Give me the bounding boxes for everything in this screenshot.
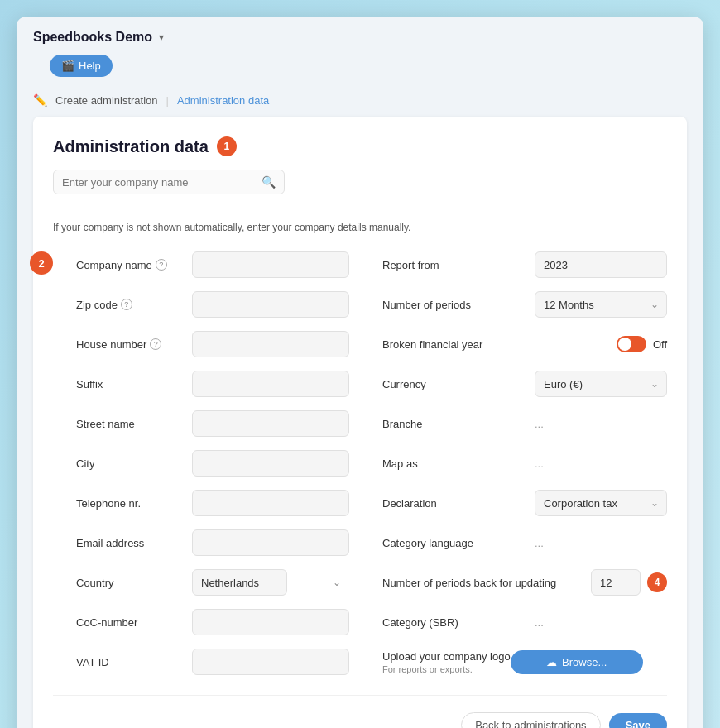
value-category-sbr: ... xyxy=(535,616,667,629)
step-1-badge: 1 xyxy=(217,136,237,156)
app-window: Speedbooks Demo ▾ 🎬 Help ✏️ Create admin… xyxy=(17,17,703,728)
upload-sublabel: For reports or exports. xyxy=(382,664,511,674)
select-currency[interactable]: Euro (€) Dollar ($) Pound (£) xyxy=(535,371,667,397)
label-email: Email address xyxy=(76,537,192,549)
input-vat[interactable] xyxy=(192,649,349,675)
label-upload-logo: Upload your company logo xyxy=(382,650,511,663)
form-row-telephone: Telephone nr. xyxy=(76,488,349,518)
input-zip[interactable] xyxy=(192,291,349,318)
form-row-vat: VAT ID xyxy=(76,647,349,677)
input-periods-back[interactable] xyxy=(591,569,641,596)
titlebar: Speedbooks Demo ▾ xyxy=(17,17,703,51)
form-grid: 2 Company name ? Zip code ? xyxy=(53,250,667,687)
select-country[interactable]: Netherlands Belgium Germany France Unite… xyxy=(192,569,287,596)
form-row-email: Email address xyxy=(76,528,349,558)
step-4-badge: 4 xyxy=(647,572,667,592)
label-telephone: Telephone nr. xyxy=(76,497,192,510)
label-report-from: Report from xyxy=(382,259,535,271)
row-currency: Currency Euro (€) Dollar ($) Pound (£) xyxy=(382,369,667,399)
step-2-badge: 2 xyxy=(30,251,53,275)
label-broken-year: Broken financial year xyxy=(382,338,617,351)
browse-button[interactable]: ☁ Browse... xyxy=(511,650,643,674)
label-branche: Branche xyxy=(382,418,535,430)
label-category-language: Category language xyxy=(382,537,535,549)
row-upload-logo: Upload your company logo For reports or … xyxy=(382,647,667,677)
breadcrumb-item-create[interactable]: Create administration xyxy=(55,94,158,107)
form-row-suffix: Suffix xyxy=(76,369,349,399)
country-select-wrapper: Netherlands Belgium Germany France Unite… xyxy=(192,569,349,596)
label-declaration: Declaration xyxy=(382,497,535,510)
help-icon-zip[interactable]: ? xyxy=(121,299,132,310)
row-category-language: Category language ... xyxy=(382,528,667,558)
label-country: Country xyxy=(76,577,192,589)
breadcrumb: ✏️ Create administration | Administratio… xyxy=(17,93,703,117)
input-email[interactable] xyxy=(192,529,349,556)
breadcrumb-item-admin[interactable]: Administration data xyxy=(177,94,269,107)
input-report-from[interactable] xyxy=(535,251,667,278)
input-telephone[interactable] xyxy=(192,490,349,516)
label-city: City xyxy=(76,457,192,470)
save-button[interactable]: Save xyxy=(609,713,667,728)
label-house-number: House number ? xyxy=(76,338,192,351)
label-number-periods: Number of periods xyxy=(382,299,535,311)
right-section: Report from Number of periods 12 Months … xyxy=(382,250,667,687)
hint-text: If your company is not shown automatical… xyxy=(53,222,667,233)
input-company-name[interactable] xyxy=(192,251,349,278)
breadcrumb-icon: ✏️ xyxy=(33,93,47,107)
row-map-as: Map as ... xyxy=(382,448,667,478)
value-branche: ... xyxy=(535,418,667,430)
toggle-switch[interactable] xyxy=(617,336,646,352)
toggle-broken-year: Off xyxy=(617,336,667,352)
form-row-street: Street name xyxy=(76,409,349,438)
form-row-coc: CoC-number xyxy=(76,607,349,637)
label-company-name: Company name ? xyxy=(76,259,192,271)
form-row-city: City xyxy=(76,448,349,478)
input-house-number[interactable] xyxy=(192,331,349,357)
upload-icon: ☁ xyxy=(546,656,557,668)
row-report-from: Report from xyxy=(382,250,667,280)
input-street[interactable] xyxy=(192,410,349,437)
toggle-label-off: Off xyxy=(653,338,667,351)
select-declaration[interactable]: Corporation tax VAT Income tax xyxy=(535,490,667,516)
row-broken-year: Broken financial year Off xyxy=(382,329,667,359)
footer-actions: Back to administrations Save 3 xyxy=(53,695,667,728)
row-periods-back: Number of periods back for updating 4 xyxy=(382,568,667,597)
label-street: Street name xyxy=(76,418,192,430)
help-icon: 🎬 xyxy=(61,60,74,72)
input-city[interactable] xyxy=(192,450,349,477)
divider xyxy=(53,208,667,208)
value-category-language: ... xyxy=(535,537,667,549)
row-declaration: Declaration Corporation tax VAT Income t… xyxy=(382,488,667,518)
input-coc[interactable] xyxy=(192,609,349,635)
row-category-sbr: Category (SBR) ... xyxy=(382,607,667,637)
label-suffix: Suffix xyxy=(76,378,192,390)
upload-label-group: Upload your company logo For reports or … xyxy=(382,650,511,674)
help-button[interactable]: 🎬 Help xyxy=(50,55,113,77)
label-zip: Zip code ? xyxy=(76,299,192,311)
periods-back-group: 4 xyxy=(591,569,667,596)
row-number-periods: Number of periods 12 Months 4 Quarters 1… xyxy=(382,290,667,319)
label-coc: CoC-number xyxy=(76,616,192,629)
search-input[interactable] xyxy=(62,176,262,189)
select-periods[interactable]: 12 Months 4 Quarters 13 Periods xyxy=(535,291,667,318)
input-suffix[interactable] xyxy=(192,371,349,397)
app-title: Speedbooks Demo xyxy=(33,30,152,45)
currency-select-wrapper: Euro (€) Dollar ($) Pound (£) xyxy=(535,371,667,397)
main-card: Administration data 1 🔍 If your company … xyxy=(33,117,687,728)
value-map-as: ... xyxy=(535,457,667,470)
label-category-sbr: Category (SBR) xyxy=(382,616,535,629)
breadcrumb-separator: | xyxy=(166,94,169,107)
periods-select-wrapper: 12 Months 4 Quarters 13 Periods xyxy=(535,291,667,318)
row-branche: Branche ... xyxy=(382,409,667,438)
search-bar: 🔍 xyxy=(53,170,285,194)
form-row-country: Country Netherlands Belgium Germany Fran… xyxy=(76,568,349,597)
label-vat: VAT ID xyxy=(76,656,192,668)
help-icon-house[interactable]: ? xyxy=(150,338,161,350)
browse-label: Browse... xyxy=(562,656,607,668)
back-button[interactable]: Back to administrations xyxy=(461,712,600,728)
chevron-icon[interactable]: ▾ xyxy=(159,31,164,43)
search-icon[interactable]: 🔍 xyxy=(262,175,276,189)
form-row-zip: Zip code ? xyxy=(76,290,349,319)
help-icon-company[interactable]: ? xyxy=(156,259,167,271)
label-currency: Currency xyxy=(382,378,535,390)
